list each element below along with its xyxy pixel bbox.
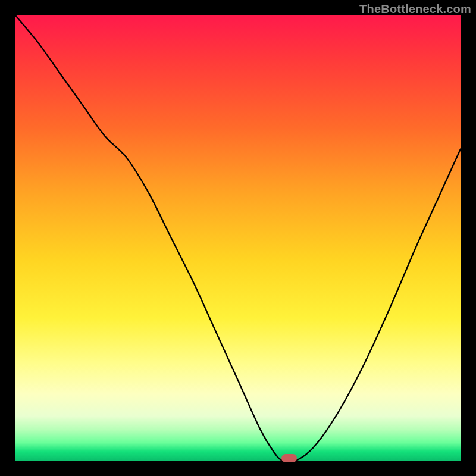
chart-frame: TheBottleneck.com [0, 0, 476, 476]
curve-path [15, 15, 461, 461]
bottleneck-curve [15, 15, 461, 461]
optimal-point-marker [281, 454, 297, 462]
watermark: TheBottleneck.com [359, 2, 471, 16]
plot-area [15, 15, 461, 461]
